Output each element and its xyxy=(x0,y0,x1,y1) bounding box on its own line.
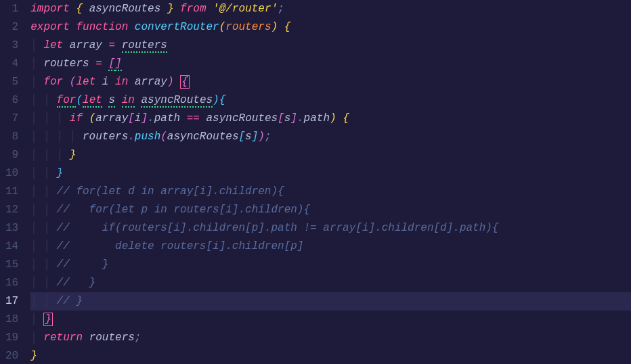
code-line[interactable]: │ } xyxy=(30,311,631,329)
line-number-gutter: 1 2 3 4 5 6 7 8 9 10 11 12 13 14 15 16 1… xyxy=(0,0,30,364)
code-line[interactable]: │ │ │ if (array[i].path == asyncRoutes[s… xyxy=(30,110,631,128)
line-number: 7 xyxy=(5,110,18,128)
line-number: 12 xyxy=(5,201,18,219)
line-number: 20 xyxy=(5,347,18,364)
code-line[interactable]: export function convertRouter(routers) { xyxy=(30,18,631,37)
code-line[interactable]: │ │ // for(let d in array[i].children){ xyxy=(30,183,631,201)
line-number: 9 xyxy=(5,146,18,164)
line-number: 13 xyxy=(5,219,18,237)
line-number: 16 xyxy=(5,274,18,292)
code-line[interactable]: import { asyncRoutes } from '@/router'; xyxy=(30,0,631,18)
code-line[interactable]: │ │ // } xyxy=(30,292,631,311)
code-line[interactable]: │ return routers; xyxy=(30,329,631,347)
line-number: 2 xyxy=(5,18,18,37)
line-number: 11 xyxy=(5,183,18,201)
code-line[interactable]: } xyxy=(30,347,631,364)
line-number: 4 xyxy=(5,55,18,73)
code-editor[interactable]: 1 2 3 4 5 6 7 8 9 10 11 12 13 14 15 16 1… xyxy=(0,0,631,364)
code-line[interactable]: │ │ } xyxy=(30,164,631,183)
line-number: 3 xyxy=(5,37,18,55)
code-line[interactable]: │ │ │ } xyxy=(30,146,631,164)
line-number: 8 xyxy=(5,128,18,146)
code-line[interactable]: │ routers = [] xyxy=(30,55,631,73)
code-area[interactable]: import { asyncRoutes } from '@/router'; … xyxy=(30,0,631,364)
code-line[interactable]: │ │ // for(let p in routers[i].children)… xyxy=(30,201,631,219)
code-line[interactable]: │ │ // delete routers[i].children[p] xyxy=(30,237,631,256)
code-line[interactable]: │ │ │ │ routers.push(asyncRoutes[s]); xyxy=(30,128,631,146)
line-number: 18 xyxy=(5,311,18,329)
code-line[interactable]: │ │ // if(routers[i].children[p].path !=… xyxy=(30,219,631,237)
code-line[interactable]: │ │ // } xyxy=(30,274,631,292)
line-number: 6 xyxy=(5,91,18,110)
code-line[interactable]: │ for (let i in array) { xyxy=(30,73,631,91)
code-line[interactable]: │ │ // } xyxy=(30,256,631,274)
line-number: 10 xyxy=(5,164,18,183)
code-line[interactable]: │ let array = routers xyxy=(30,37,631,55)
line-number: 19 xyxy=(5,329,18,347)
line-number: 5 xyxy=(5,73,18,91)
line-number: 1 xyxy=(5,0,18,18)
line-number: 14 xyxy=(5,237,18,256)
line-number: 17 xyxy=(5,292,18,311)
code-line[interactable]: │ │ for(let s in asyncRoutes){ xyxy=(30,91,631,110)
line-number: 15 xyxy=(5,256,18,274)
